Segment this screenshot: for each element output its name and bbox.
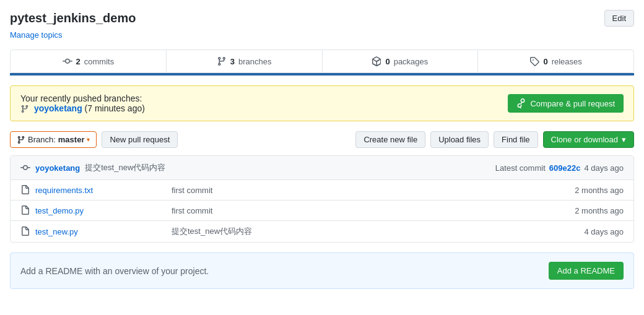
file-link[interactable]: test_demo.py: [35, 206, 84, 215]
file-icon: [20, 185, 30, 195]
file-link[interactable]: requirements.txt: [35, 186, 93, 195]
file-name-cell: test_new.py: [35, 227, 172, 236]
compare-button-label: Compare & pull request: [530, 99, 615, 108]
branches-stat[interactable]: 3 branches: [167, 50, 323, 72]
packages-label: packages: [394, 57, 429, 66]
stats-bar: 2 commits 3 branches 0 packages 0 releas…: [10, 50, 634, 73]
commits-icon: [63, 56, 72, 66]
file-commit-cell: 提交test_new代码内容: [172, 226, 549, 237]
packages-icon: [372, 56, 381, 66]
toolbar: Branch: master ▾ New pull request Create…: [10, 131, 634, 148]
recently-pushed-time: 7 minutes ago: [87, 103, 142, 113]
recently-pushed-banner: Your recently pushed branches: yoyoketan…: [10, 85, 634, 121]
branches-label: branches: [238, 57, 271, 66]
create-new-file-button[interactable]: Create new file: [355, 131, 425, 148]
clone-button-label: Clone or download: [551, 135, 618, 144]
add-readme-button[interactable]: Add a README: [549, 262, 624, 280]
compare-icon: [516, 98, 526, 108]
releases-label: releases: [552, 57, 582, 66]
packages-stat[interactable]: 0 packages: [323, 50, 479, 72]
file-commit-cell: first commit: [172, 186, 549, 195]
table-row: test_demo.py first commit 2 months ago: [11, 201, 633, 221]
repo-title: pytest_jenkins_demo: [10, 11, 136, 25]
toolbar-left: Branch: master ▾ New pull request: [10, 131, 178, 148]
header-latest-commit-prefix: Latest commit: [495, 163, 546, 173]
branch-icon-small: [20, 105, 29, 113]
clone-dropdown-arrow: ▾: [622, 135, 626, 144]
clone-or-download-button[interactable]: Clone or download ▾: [543, 131, 634, 148]
file-name-cell: requirements.txt: [35, 186, 172, 195]
packages-count: 0: [385, 57, 389, 66]
releases-count: 0: [543, 57, 547, 66]
compare-pull-request-button[interactable]: Compare & pull request: [508, 94, 624, 113]
table-row: requirements.txt first commit 2 months a…: [11, 180, 633, 201]
find-file-button[interactable]: Find file: [494, 131, 538, 148]
file-table-header: yoyoketang 提交test_new代码内容 Latest commit …: [11, 156, 633, 180]
releases-icon: [529, 56, 539, 66]
commit-history-icon: [20, 163, 30, 173]
branches-icon: [217, 56, 227, 66]
file-time-cell: 2 months ago: [549, 206, 624, 215]
file-icon: [20, 205, 30, 215]
file-time-cell: 4 days ago: [549, 227, 624, 236]
header-commit-user[interactable]: yoyoketang: [35, 163, 80, 173]
file-time-cell: 2 months ago: [549, 186, 624, 195]
commits-stat[interactable]: 2 commits: [11, 50, 167, 72]
header-commit-hash[interactable]: 609e22c: [549, 163, 581, 173]
manage-topics-link[interactable]: Manage topics: [10, 30, 634, 40]
branch-dropdown-arrow: ▾: [87, 136, 90, 143]
releases-stat[interactable]: 0 releases: [478, 50, 633, 72]
header-commit-message: 提交test_new代码内容: [85, 162, 165, 173]
recently-pushed-text: Your recently pushed branches: yoyoketan…: [20, 93, 145, 113]
readme-banner-text: Add a README with an overview of your pr…: [20, 266, 209, 276]
new-pull-request-button[interactable]: New pull request: [102, 131, 178, 148]
upload-files-button[interactable]: Upload files: [430, 131, 489, 148]
file-commit-cell: first commit: [172, 206, 549, 215]
toolbar-right: Create new file Upload files Find file C…: [355, 131, 634, 148]
recently-pushed-user[interactable]: yoyoketang: [34, 103, 82, 113]
repo-header: pytest_jenkins_demo Edit: [10, 10, 634, 27]
edit-button[interactable]: Edit: [604, 10, 634, 27]
commits-label: commits: [84, 57, 114, 66]
commits-count: 2: [76, 57, 80, 66]
readme-banner: Add a README with an overview of your pr…: [10, 252, 634, 289]
header-commit-time: 4 days ago: [584, 163, 624, 173]
branch-current-name: master: [58, 135, 85, 144]
branch-selector[interactable]: Branch: master ▾: [10, 131, 97, 148]
file-link[interactable]: test_new.py: [35, 227, 78, 236]
file-table: yoyoketang 提交test_new代码内容 Latest commit …: [10, 155, 634, 243]
branch-selector-icon: [17, 136, 25, 144]
file-name-cell: test_demo.py: [35, 206, 172, 215]
file-icon: [20, 227, 30, 236]
branch-prefix-label: Branch:: [28, 135, 56, 144]
progress-bar: [10, 73, 634, 76]
branches-count: 3: [230, 57, 235, 66]
table-row: test_new.py 提交test_new代码内容 4 days ago: [11, 221, 633, 242]
